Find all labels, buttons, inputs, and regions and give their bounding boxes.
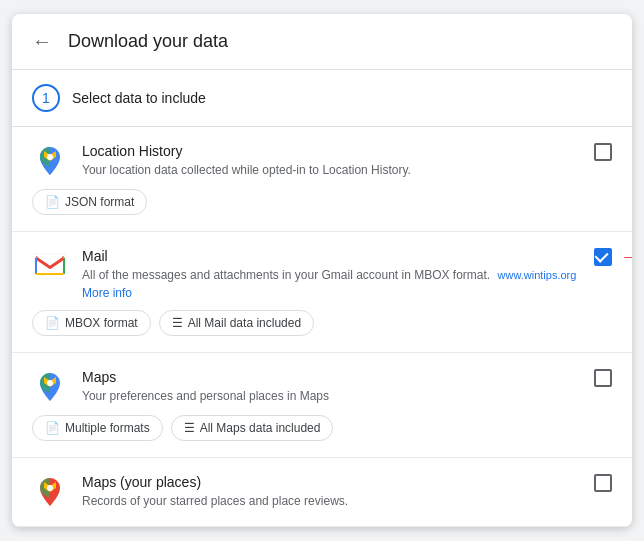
- maps-desc: Your preferences and personal places in …: [82, 388, 578, 405]
- location-history-buttons: 📄 JSON format: [32, 189, 612, 215]
- maps-checkbox[interactable]: [594, 369, 612, 387]
- location-history-checkbox-wrapper: [594, 143, 612, 161]
- multiple-formats-button[interactable]: 📄 Multiple formats: [32, 415, 163, 441]
- mail-icon: [32, 248, 68, 284]
- download-data-window: ← Download your data 1 Select data to in…: [12, 14, 632, 527]
- step-number: 1: [32, 84, 60, 112]
- list-icon: ☰: [184, 421, 195, 435]
- header: ← Download your data: [12, 14, 632, 70]
- file-icon: 📄: [45, 195, 60, 209]
- maps-item: Maps Your preferences and personal place…: [12, 353, 632, 458]
- step-label: Select data to include: [72, 90, 206, 106]
- maps-your-places-item: Maps (your places) Records of your starr…: [12, 458, 632, 527]
- mbox-format-button[interactable]: 📄 MBOX format: [32, 310, 151, 336]
- mail-item: Mail All of the messages and attachments…: [12, 232, 632, 353]
- content-area: Location History Your location data coll…: [12, 127, 632, 527]
- svg-point-3: [47, 485, 53, 491]
- svg-point-0: [47, 154, 53, 160]
- maps-icon: [32, 369, 68, 405]
- maps-checkbox-wrapper: [594, 369, 612, 387]
- file-icon: 📄: [45, 421, 60, 435]
- step-bar: 1 Select data to include: [12, 70, 632, 127]
- json-format-button[interactable]: 📄 JSON format: [32, 189, 147, 215]
- mail-checkbox[interactable]: [594, 248, 612, 266]
- location-history-desc: Your location data collected while opted…: [82, 162, 578, 179]
- maps-buttons: 📄 Multiple formats ☰ All Maps data inclu…: [32, 415, 612, 441]
- list-icon: ☰: [172, 316, 183, 330]
- all-mail-data-button[interactable]: ☰ All Mail data included: [159, 310, 314, 336]
- back-button[interactable]: ←: [32, 30, 52, 53]
- location-history-checkbox[interactable]: [594, 143, 612, 161]
- more-info-link[interactable]: More info: [82, 286, 578, 300]
- maps-your-places-desc: Records of your starred places and place…: [82, 493, 578, 510]
- maps-your-places-checkbox[interactable]: [594, 474, 612, 492]
- maps-your-places-checkbox-wrapper: [594, 474, 612, 492]
- red-arrow-indicator: →: [620, 244, 632, 270]
- mail-name: Mail: [82, 248, 578, 264]
- watermark: www.wintips.org: [498, 269, 577, 281]
- maps-name: Maps: [82, 369, 578, 385]
- location-history-name: Location History: [82, 143, 578, 159]
- mail-buttons: 📄 MBOX format ☰ All Mail data included: [32, 310, 612, 336]
- all-maps-data-button[interactable]: ☰ All Maps data included: [171, 415, 334, 441]
- maps-your-places-name: Maps (your places): [82, 474, 578, 490]
- file-icon: 📄: [45, 316, 60, 330]
- mail-checkbox-wrapper: →: [594, 248, 612, 266]
- mail-desc: All of the messages and attachments in y…: [82, 267, 578, 284]
- location-history-icon: [32, 143, 68, 179]
- svg-point-2: [47, 380, 53, 386]
- maps-your-places-icon: [32, 474, 68, 510]
- location-history-item: Location History Your location data coll…: [12, 127, 632, 232]
- page-title: Download your data: [68, 31, 228, 52]
